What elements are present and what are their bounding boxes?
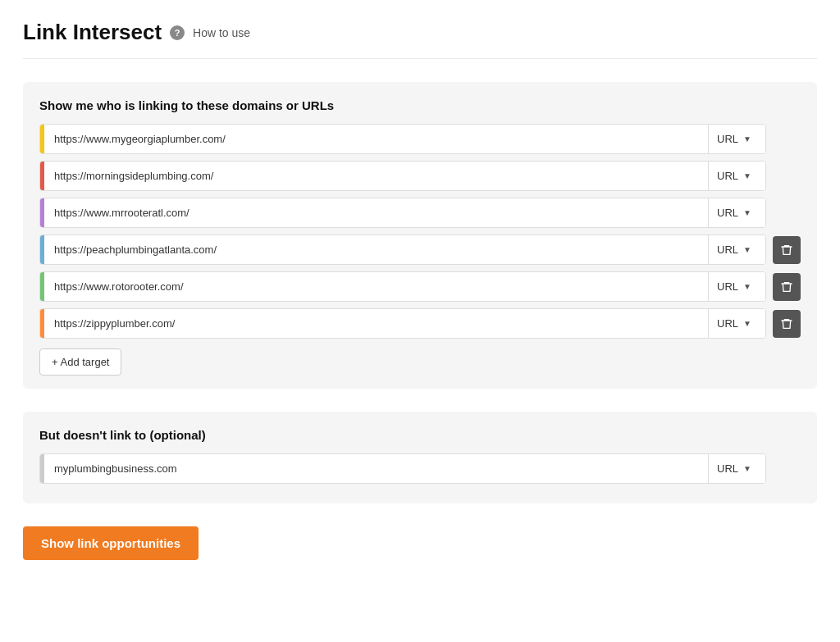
url-input-wrapper: URL▼ (39, 198, 766, 228)
page-title: Link Intersect (23, 20, 162, 45)
url-input-wrapper: URL▼ (39, 124, 766, 154)
url-input-wrapper: URL▼ (39, 453, 766, 484)
help-icon[interactable]: ? (170, 25, 185, 40)
chevron-down-icon: ▼ (743, 208, 751, 217)
chevron-down-icon: ▼ (743, 245, 751, 254)
add-target-button[interactable]: + Add target (39, 348, 121, 376)
url-input[interactable] (44, 454, 708, 483)
page-header: Link Intersect ? How to use (23, 20, 817, 59)
url-type-label: URL (717, 280, 738, 293)
url-input-wrapper: URL▼ (39, 234, 766, 265)
url-row: URL▼ (39, 161, 801, 191)
chevron-down-icon: ▼ (743, 171, 751, 180)
url-type-select[interactable]: URL▼ (708, 235, 765, 264)
url-type-select[interactable]: URL▼ (708, 198, 765, 227)
show-link-opportunities-button[interactable]: Show link opportunities (23, 526, 199, 560)
url-input-wrapper: URL▼ (39, 161, 766, 191)
url-input[interactable] (44, 125, 708, 153)
optional-section-label: But doesn't link to (optional) (39, 428, 801, 442)
url-input[interactable] (44, 309, 708, 338)
url-type-label: URL (717, 244, 738, 256)
url-row: URL▼ (39, 234, 801, 265)
url-input-wrapper: URL▼ (39, 271, 766, 302)
delete-row-button[interactable] (773, 273, 801, 301)
targets-section: Show me who is linking to these domains … (23, 82, 817, 389)
url-type-label: URL (717, 133, 738, 145)
chevron-down-icon: ▼ (743, 464, 751, 473)
url-row: URL▼ (39, 453, 801, 484)
url-type-select[interactable]: URL▼ (708, 162, 765, 190)
chevron-down-icon: ▼ (743, 134, 751, 143)
delete-row-button[interactable] (773, 236, 801, 264)
url-input[interactable] (44, 162, 708, 190)
url-row: URL▼ (39, 198, 801, 228)
optional-rows-container: URL▼ (39, 453, 801, 484)
url-input[interactable] (44, 198, 708, 227)
chevron-down-icon: ▼ (743, 319, 751, 328)
optional-section: But doesn't link to (optional) URL▼ (23, 412, 817, 503)
url-type-label: URL (717, 207, 738, 219)
url-input[interactable] (44, 235, 708, 264)
chevron-down-icon: ▼ (743, 282, 751, 291)
url-type-select[interactable]: URL▼ (708, 454, 765, 483)
url-type-select[interactable]: URL▼ (708, 309, 765, 338)
url-type-label: URL (717, 170, 738, 182)
url-type-select[interactable]: URL▼ (708, 272, 765, 301)
url-input-wrapper: URL▼ (39, 308, 766, 339)
url-type-label: URL (717, 462, 738, 475)
url-row: URL▼ (39, 308, 801, 339)
targets-section-label: Show me who is linking to these domains … (39, 98, 801, 112)
targets-rows-container: URL▼URL▼URL▼URL▼ URL▼ URL▼ (39, 124, 801, 339)
delete-row-button[interactable] (773, 310, 801, 338)
url-type-label: URL (717, 317, 738, 330)
url-row: URL▼ (39, 271, 801, 302)
how-to-use-link[interactable]: How to use (193, 26, 250, 39)
url-row: URL▼ (39, 124, 801, 154)
url-input[interactable] (44, 272, 708, 301)
url-type-select[interactable]: URL▼ (708, 125, 765, 153)
page-container: Link Intersect ? How to use Show me who … (0, 0, 840, 580)
